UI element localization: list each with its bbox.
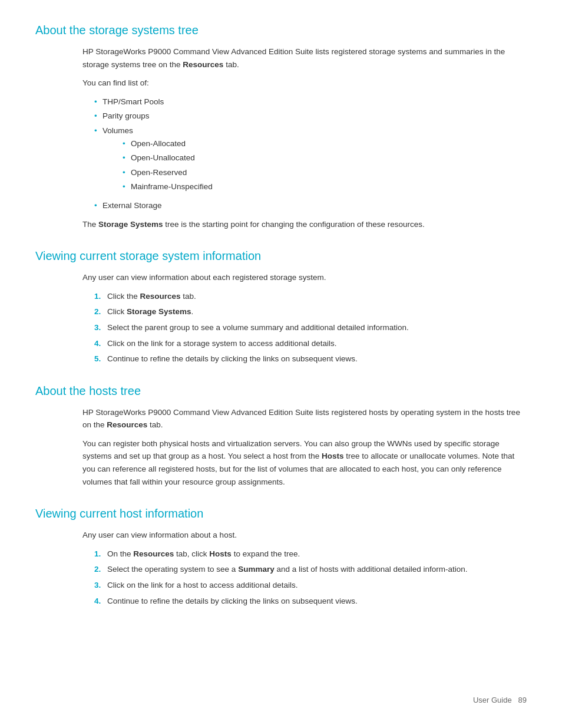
main-bullet-list: THP/Smart Pools Parity groups Volumes Op…	[94, 95, 527, 212]
find-list-intro: You can find list of:	[82, 77, 527, 90]
host-step-1: On the Resources tab, click Hosts to exp…	[94, 548, 527, 561]
hosts-bold: Hosts	[322, 452, 344, 460]
step-1: Click the Resources tab.	[94, 290, 527, 303]
section-viewing-storage: Viewing current storage system informati…	[35, 249, 527, 365]
storage-closing-para: The Storage Systems tree is the starting…	[82, 218, 527, 231]
section-content-viewing-host: Any user can view information about a ho…	[82, 529, 527, 607]
resources-bold-4: Resources	[133, 549, 174, 558]
viewing-storage-steps: Click the Resources tab. Click Storage S…	[94, 290, 527, 365]
resources-bold-2: Resources	[140, 292, 181, 301]
host-step-2: Select the operating system to see a Sum…	[94, 563, 527, 576]
step-5: Continue to refine the details by clicki…	[94, 353, 527, 365]
section-title-viewing-host: Viewing current host information	[35, 507, 527, 521]
host-step-4: Continue to refine the details by clicki…	[94, 595, 527, 608]
step-4: Click on the link for a storage system t…	[94, 337, 527, 350]
bullet-external-storage: External Storage	[94, 199, 527, 212]
storage-systems-bold-2: Storage Systems	[127, 307, 191, 316]
footer-page-number: 89	[518, 696, 527, 704]
host-step-3: Click on the link for a host to access a…	[94, 579, 527, 592]
hosts-intro-para: HP StorageWorks P9000 Command View Advan…	[82, 406, 527, 431]
viewing-host-intro: Any user can view information about a ho…	[82, 529, 527, 542]
hosts-detail-para: You can register both physical hosts and…	[82, 437, 527, 488]
resources-bold-3: Resources	[107, 420, 147, 429]
section-viewing-host: Viewing current host information Any use…	[35, 507, 527, 607]
section-content-hosts-tree: HP StorageWorks P9000 Command View Advan…	[82, 406, 527, 489]
step-2: Click Storage Systems.	[94, 305, 527, 318]
bullet-open-reserved: Open-Reserved	[123, 166, 527, 179]
bullet-volumes: Volumes Open-Allocated Open-Unallocated …	[94, 124, 527, 193]
sub-bullet-list: Open-Allocated Open-Unallocated Open-Res…	[123, 137, 527, 193]
bullet-parity: Parity groups	[94, 110, 527, 123]
section-title-hosts-tree: About the hosts tree	[35, 384, 527, 398]
step-3: Select the parent group to see a volume …	[94, 321, 527, 334]
section-hosts-tree: About the hosts tree HP StorageWorks P90…	[35, 384, 527, 489]
section-storage-systems-tree: About the storage systems tree HP Storag…	[35, 24, 527, 230]
hosts-bold-2: Hosts	[209, 549, 232, 558]
bullet-open-unallocated: Open-Unallocated	[123, 151, 527, 164]
footer-label: User Guide	[473, 696, 512, 704]
footer: User Guide 89	[473, 696, 527, 704]
viewing-storage-intro: Any user can view information about each…	[82, 271, 527, 284]
storage-systems-bold: Storage Systems	[98, 220, 163, 229]
storage-intro-para: HP StorageWorks P9000 Command View Advan…	[82, 45, 527, 71]
summary-bold: Summary	[238, 565, 275, 574]
bullet-open-allocated: Open-Allocated	[123, 137, 527, 150]
resources-bold-1: Resources	[183, 60, 223, 69]
section-title-storage-systems-tree: About the storage systems tree	[35, 24, 527, 37]
section-content-viewing-storage: Any user can view information about each…	[82, 271, 527, 365]
section-content-storage-systems-tree: HP StorageWorks P9000 Command View Advan…	[82, 45, 527, 230]
viewing-host-steps: On the Resources tab, click Hosts to exp…	[94, 548, 527, 607]
bullet-mainframe-unspecified: Mainframe-Unspecified	[123, 180, 527, 193]
bullet-thp: THP/Smart Pools	[94, 95, 527, 108]
section-title-viewing-storage: Viewing current storage system informati…	[35, 249, 527, 263]
